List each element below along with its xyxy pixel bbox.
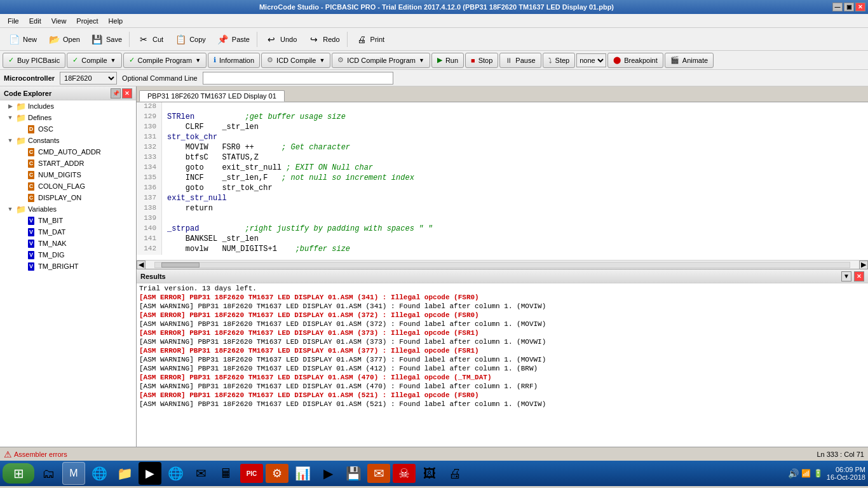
expand-constants[interactable]: ▼ bbox=[5, 137, 15, 144]
tree-item-tm-bit[interactable]: V TM_BIT bbox=[0, 215, 136, 226]
tree-item-includes[interactable]: ▶ 📁 Includes bbox=[0, 100, 136, 112]
code-explorer-tree[interactable]: ▶ 📁 Includes ▼ 📁 Defines D OSC ▼ 📁 Const… bbox=[0, 100, 136, 447]
result-line: [ASM ERROR] PBP31 18F2620 TM1637 LED DIS… bbox=[139, 391, 865, 400]
results-close-button[interactable]: ✕ bbox=[854, 271, 864, 281]
cut-button[interactable]: ✂ Cut bbox=[132, 30, 168, 48]
paste-button[interactable]: 📌 Paste bbox=[212, 30, 254, 48]
tree-item-display-on[interactable]: C DISPLAY_ON bbox=[0, 192, 136, 203]
icd-compile-program-button[interactable]: ICD Compile Program ▼ bbox=[332, 53, 430, 68]
tree-label-tmdig: TM_DIG bbox=[38, 251, 65, 259]
compile-button[interactable]: Compile ▼ bbox=[67, 53, 121, 68]
run-button[interactable]: Run bbox=[431, 53, 464, 68]
copy-button[interactable]: 📋 Copy bbox=[169, 30, 210, 48]
command-line-input[interactable] bbox=[203, 72, 393, 85]
tab-pbp31[interactable]: PBP31 18F2620 TM1637 LED Display 01 bbox=[139, 90, 285, 102]
icd-compile-program-dropdown-arrow[interactable]: ▼ bbox=[419, 57, 424, 64]
tree-item-variables[interactable]: ▼ 📁 Variables bbox=[0, 203, 136, 215]
animate-button[interactable]: Animate bbox=[665, 53, 714, 68]
tree-item-tm-dig[interactable]: V TM_DIG bbox=[0, 249, 136, 261]
pause-button[interactable]: Pause bbox=[499, 53, 541, 68]
open-button[interactable]: 📂 Open bbox=[43, 30, 85, 48]
error-label: Assembler errors bbox=[14, 451, 67, 458]
results-content[interactable]: Trial version. 13 days left. [ASM ERROR]… bbox=[137, 283, 868, 447]
cut-icon: ✂ bbox=[137, 32, 151, 46]
horizontal-scroll-thumb[interactable] bbox=[161, 262, 200, 268]
menu-help[interactable]: Help bbox=[104, 16, 128, 26]
results-panel: Results ▼ ✕ Trial version. 13 days left.… bbox=[137, 269, 868, 447]
code-explorer-controls[interactable]: 📌 ✕ bbox=[111, 88, 132, 98]
icd-compile-button[interactable]: ICD Compile ▼ bbox=[261, 53, 330, 68]
code-editor[interactable]: 128 129 STRlen ;get buffer usage size 13… bbox=[137, 102, 868, 260]
results-controls[interactable]: ▼ ✕ bbox=[841, 271, 864, 281]
compile-program-dropdown-arrow[interactable]: ▼ bbox=[195, 57, 201, 64]
taskbar-microcode-icon[interactable]: M bbox=[62, 462, 85, 485]
menu-edit[interactable]: Edit bbox=[24, 16, 46, 26]
scroll-left-button[interactable]: ◀ bbox=[137, 261, 146, 269]
stop-button[interactable]: Stop bbox=[465, 53, 498, 68]
taskbar-calc-icon[interactable]: 🖩 bbox=[215, 462, 238, 485]
compile-program-button[interactable]: Compile Program ▼ bbox=[123, 53, 207, 68]
taskbar-tool1-icon[interactable]: ⚙ bbox=[266, 464, 288, 483]
taskbar-print-icon[interactable]: 🖨 bbox=[444, 462, 466, 485]
code-explorer-close-button[interactable]: ✕ bbox=[122, 88, 132, 98]
start-button[interactable]: ⊞ bbox=[3, 463, 34, 484]
code-horizontal-scrollbar[interactable]: ◀ ▶ bbox=[137, 260, 868, 269]
menu-file[interactable]: File bbox=[3, 16, 24, 26]
taskbar-skull-icon[interactable]: ☠ bbox=[393, 464, 416, 483]
tree-item-tm-dat[interactable]: V TM_DAT bbox=[0, 226, 136, 238]
breakpoint-button[interactable]: Breakpoint bbox=[607, 53, 663, 68]
tree-item-colon-flag[interactable]: C COLON_FLAG bbox=[0, 180, 136, 192]
taskbar-excel-icon[interactable]: 📊 bbox=[291, 462, 314, 485]
expand-includes[interactable]: ▶ bbox=[5, 103, 15, 109]
folder-icon-defines: 📁 bbox=[15, 112, 27, 123]
taskbar-explorer-icon[interactable]: 🗂 bbox=[37, 462, 60, 485]
copy-icon: 📋 bbox=[173, 32, 187, 46]
minimize-button[interactable]: — bbox=[832, 3, 843, 11]
clock-time: 06:09 PM bbox=[827, 466, 865, 473]
icd-compile-dropdown-arrow[interactable]: ▼ bbox=[319, 57, 325, 64]
expand-defines[interactable]: ▼ bbox=[5, 114, 15, 121]
microcontroller-select[interactable]: 18F2620 bbox=[60, 72, 117, 85]
tree-item-tm-bright[interactable]: V TM_BRIGHT bbox=[0, 261, 136, 272]
taskbar-folder-icon[interactable]: 📁 bbox=[113, 462, 136, 485]
compile-dropdown-arrow[interactable]: ▼ bbox=[111, 57, 116, 64]
tree-item-start-addr[interactable]: C START_ADDR bbox=[0, 158, 136, 169]
taskbar-photo-icon[interactable]: 🖼 bbox=[418, 462, 441, 485]
undo-button[interactable]: ↩ Undo bbox=[260, 30, 301, 48]
new-button[interactable]: 📄 New bbox=[3, 30, 41, 48]
taskbar-email-icon[interactable]: ✉ bbox=[367, 464, 390, 483]
redo-button[interactable]: ↪ Redo bbox=[302, 30, 344, 48]
tree-item-defines[interactable]: ▼ 📁 Defines bbox=[0, 112, 136, 123]
title-bar-controls[interactable]: — ▣ ✕ bbox=[832, 3, 865, 11]
taskbar-usb-icon[interactable]: 💾 bbox=[342, 462, 365, 485]
code-explorer-pin-button[interactable]: 📌 bbox=[111, 88, 121, 98]
results-dropdown-button[interactable]: ▼ bbox=[841, 271, 851, 281]
tree-item-constants[interactable]: ▼ 📁 Constants bbox=[0, 135, 136, 146]
taskbar-ie-icon[interactable]: 🌐 bbox=[164, 462, 187, 485]
print-button[interactable]: 🖨 Print bbox=[350, 30, 390, 48]
expand-variables[interactable]: ▼ bbox=[5, 206, 15, 212]
information-button[interactable]: Information bbox=[208, 53, 260, 68]
taskbar-chrome-icon[interactable]: 🌐 bbox=[88, 462, 111, 485]
tree-item-num-digits[interactable]: C NUM_DIGITS bbox=[0, 169, 136, 180]
tree-item-osc[interactable]: D OSC bbox=[0, 123, 136, 135]
result-line: [ASM WARNING] PBP31 18F2620 TM1637 LED D… bbox=[139, 356, 865, 365]
horizontal-scroll-track[interactable] bbox=[154, 262, 850, 268]
save-button[interactable]: 💾 Save bbox=[86, 30, 126, 48]
step-button[interactable]: Step bbox=[543, 53, 576, 68]
menu-project[interactable]: Project bbox=[71, 16, 103, 26]
scroll-right-button[interactable]: ▶ bbox=[859, 261, 868, 269]
code-line-141: 141 BANKSEL _str_len bbox=[137, 234, 868, 245]
taskbar-pic-icon[interactable]: PIC bbox=[240, 464, 263, 483]
tree-item-cmd-auto-addr[interactable]: C CMD_AUTO_ADDR bbox=[0, 146, 136, 158]
taskbar-mail-icon[interactable]: ✉ bbox=[189, 462, 212, 485]
buy-picbasic-button[interactable]: Buy PICBasic bbox=[3, 53, 65, 68]
taskbar-cmd-icon[interactable]: ▶ bbox=[139, 462, 161, 485]
result-line: [ASM ERROR] PBP31 18F2620 TM1637 LED DIS… bbox=[139, 374, 865, 383]
taskbar-media-icon[interactable]: ▶ bbox=[316, 462, 339, 485]
close-button[interactable]: ✕ bbox=[855, 3, 865, 11]
maximize-button[interactable]: ▣ bbox=[844, 3, 854, 11]
none-select[interactable]: none bbox=[576, 53, 606, 67]
menu-view[interactable]: View bbox=[46, 16, 72, 26]
tree-item-tm-nak[interactable]: V TM_NAK bbox=[0, 238, 136, 249]
